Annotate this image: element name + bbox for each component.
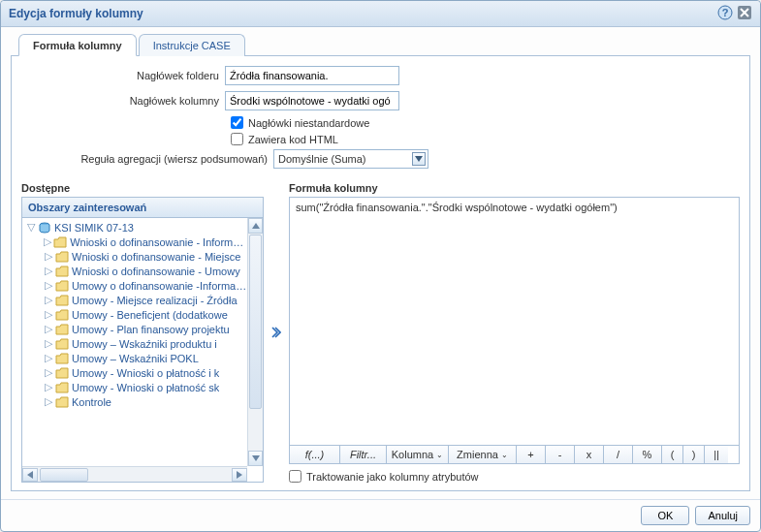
folder-icon	[55, 324, 69, 335]
rparen-button[interactable]: )	[683, 446, 705, 463]
percent-button[interactable]: %	[633, 446, 662, 463]
dialog-header: Edycja formuły kolumny ?	[1, 1, 760, 27]
tree-root[interactable]: ▽ KSI SIMIK 07-13	[26, 220, 247, 235]
tree-item[interactable]: ▷Umowy - Miejsce realizacji - Źródła	[26, 293, 247, 307]
folder-icon	[55, 266, 69, 277]
expand-icon[interactable]: ▷	[44, 337, 53, 350]
column-header-input[interactable]	[225, 91, 399, 110]
formula-text: sum("Źródła finansowania."."Środki wspól…	[296, 202, 618, 213]
column-dropdown[interactable]: Kolumna⌄	[387, 446, 449, 463]
tab-case[interactable]: Instrukcje CASE	[139, 34, 245, 56]
tree-item[interactable]: ▷Umowy - Wnioski o płatność sk	[26, 380, 247, 394]
expand-icon[interactable]: ▷	[44, 366, 53, 379]
folder-icon	[55, 280, 69, 292]
vertical-scrollbar[interactable]	[247, 218, 263, 466]
edit-column-formula-dialog: Edycja formuły kolumny ? Formuła kolumny…	[0, 0, 761, 532]
aggregation-rule-label: Reguła agregacji (wiersz podsumowań)	[21, 153, 273, 165]
tree-item[interactable]: ▷Wnioski o dofinansowanie - Umowy	[26, 264, 247, 278]
custom-headers-checkbox[interactable]	[231, 116, 243, 129]
divide-button[interactable]: /	[604, 446, 633, 463]
folder-icon	[55, 338, 69, 350]
folder-icon	[55, 353, 69, 364]
folder-header-label: Nagłówek folderu	[21, 70, 225, 81]
tree-item[interactable]: ▷Umowy - Beneficjent (dodatkowe	[26, 307, 247, 322]
tab-content: Nagłówek folderu Nagłówek kolumny Nagłów…	[11, 56, 750, 491]
tab-formula[interactable]: Formuła kolumny	[18, 34, 137, 56]
tree-item[interactable]: ▷Wnioski o dofinansowanie - Miejsce	[26, 249, 247, 264]
fx-button[interactable]: f(...)	[290, 446, 340, 463]
contains-html-label: Zawiera kod HTML	[248, 134, 338, 145]
ok-button[interactable]: OK	[641, 506, 689, 525]
chevron-down-icon: ⌄	[501, 451, 508, 459]
tree-item[interactable]: ▷Wnioski o dofinansowanie - Informacje o…	[26, 235, 247, 249]
chevron-down-icon	[412, 152, 426, 166]
scroll-thumb[interactable]	[249, 235, 262, 409]
expand-icon[interactable]: ▷	[44, 250, 53, 263]
dialog-title: Edycja formuły kolumny	[9, 7, 143, 20]
custom-headers-label: Nagłówki niestandardowe	[248, 117, 369, 129]
scroll-thumb[interactable]	[40, 468, 88, 482]
expand-icon[interactable]: ▷	[44, 308, 53, 321]
svg-text:?: ?	[722, 7, 729, 18]
contains-html-checkbox[interactable]	[231, 133, 243, 145]
scroll-right-icon[interactable]	[232, 468, 247, 482]
variable-dropdown[interactable]: Zmienna⌄	[449, 446, 517, 463]
folder-header-input[interactable]	[225, 66, 399, 85]
folder-icon	[55, 382, 69, 393]
folder-icon	[55, 309, 69, 321]
formula-title: Formuła kolumny	[289, 182, 740, 197]
expand-icon[interactable]: ▷	[44, 235, 51, 248]
tree-item[interactable]: ▷Umowy – Wskaźniki produktu i	[26, 336, 247, 351]
subject-areas-header: Obszary zainteresowań	[22, 198, 263, 218]
tree-root-label: KSI SIMIK 07-13	[54, 222, 134, 234]
scroll-left-icon[interactable]	[22, 468, 38, 482]
expand-icon[interactable]: ▷	[44, 323, 53, 335]
available-pane: Dostępne Obszary zainteresowań ▽	[21, 182, 264, 483]
expand-icon[interactable]: ▷	[44, 381, 53, 393]
expand-icon[interactable]: ▽	[26, 221, 36, 234]
aggregation-rule-value: Domyślnie (Suma)	[278, 153, 365, 165]
available-title: Dostępne	[21, 182, 264, 197]
expand-icon[interactable]: ▷	[44, 265, 53, 277]
formula-textarea[interactable]: sum("Źródła finansowania."."Środki wspól…	[289, 197, 740, 446]
formula-toolbar: f(...) Filtr... Kolumna⌄ Zmienna⌄ + - x …	[289, 446, 740, 464]
close-icon[interactable]	[737, 5, 752, 22]
folder-icon	[53, 236, 67, 248]
dialog-footer: OK Anuluj	[1, 499, 760, 531]
treat-as-attribute-label: Traktowanie jako kolumny atrybutów	[306, 471, 479, 483]
database-icon	[38, 222, 51, 234]
tree-item[interactable]: ▷Umowy – Wskaźniki POKL	[26, 351, 247, 365]
expand-icon[interactable]: ▷	[44, 279, 53, 292]
tree: ▽ KSI SIMIK 07-13 ▷Wnioski o dofinansowa…	[22, 218, 247, 411]
chevron-down-icon: ⌄	[436, 451, 443, 459]
lparen-button[interactable]: (	[662, 446, 683, 463]
insert-arrow-button[interactable]	[270, 182, 283, 483]
column-header-label: Nagłówek kolumny	[21, 95, 225, 107]
multiply-button[interactable]: x	[575, 446, 604, 463]
expand-icon[interactable]: ▷	[44, 352, 53, 364]
concat-button[interactable]: ||	[705, 446, 728, 463]
tree-item[interactable]: ▷Umowy o dofinansowanie -Informacje	[26, 278, 247, 293]
folder-icon	[55, 396, 69, 408]
tabs: Formuła kolumny Instrukcje CASE	[11, 33, 750, 56]
tree-item[interactable]: ▷Umowy - Plan finansowy projektu	[26, 322, 247, 336]
treat-as-attribute-checkbox[interactable]	[289, 470, 301, 483]
tree-item[interactable]: ▷Umowy - Wnioski o płatność i k	[26, 365, 247, 380]
scroll-up-icon[interactable]	[248, 218, 263, 234]
help-icon[interactable]: ?	[717, 5, 733, 22]
folder-icon	[55, 367, 69, 379]
expand-icon[interactable]: ▷	[44, 395, 53, 408]
cancel-button[interactable]: Anuluj	[695, 506, 750, 525]
folder-icon	[55, 251, 69, 263]
aggregation-rule-select[interactable]: Domyślnie (Suma)	[273, 149, 428, 169]
scroll-down-icon[interactable]	[248, 451, 263, 466]
formula-pane: Formuła kolumny sum("Źródła finansowania…	[289, 182, 740, 483]
horizontal-scrollbar[interactable]	[22, 466, 247, 482]
minus-button[interactable]: -	[546, 446, 575, 463]
folder-icon	[55, 295, 69, 306]
expand-icon[interactable]: ▷	[44, 294, 53, 306]
plus-button[interactable]: +	[517, 446, 546, 463]
filter-button[interactable]: Filtr...	[340, 446, 387, 463]
tree-item[interactable]: ▷Kontrole	[26, 394, 247, 409]
